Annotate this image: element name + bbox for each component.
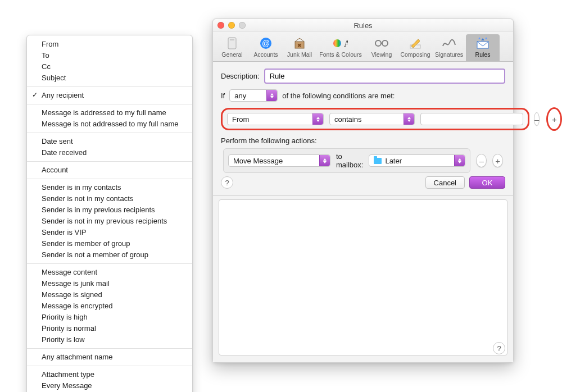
menu-item-encrypted[interactable]: Message is encrypted — [27, 300, 192, 312]
fonts-icon: A — [333, 37, 348, 50]
condition-field-select[interactable]: From — [227, 113, 324, 125]
action-type-value: Move Message — [233, 157, 283, 165]
rules-icon — [475, 37, 491, 50]
tab-general[interactable]: General — [215, 34, 249, 61]
description-input[interactable] — [269, 71, 503, 81]
tab-label: Rules — [475, 51, 491, 58]
menu-item-subject[interactable]: Subject — [27, 72, 192, 84]
menu-item-addressed-full-name[interactable]: Message is addressed to my full name — [27, 107, 192, 118]
menu-item-label: Any recipient — [42, 91, 84, 100]
cancel-button[interactable]: Cancel — [425, 176, 465, 189]
minimize-window-button[interactable] — [228, 22, 235, 29]
menu-item-label: Priority is high — [42, 313, 88, 322]
menu-item-cc[interactable]: Cc — [27, 61, 192, 72]
menu-item-any-recipient[interactable]: Any recipient — [27, 90, 192, 101]
menu-item-account[interactable]: Account — [27, 165, 192, 176]
menu-item-any-attachment-name[interactable]: Any attachment name — [27, 352, 192, 363]
action-type-select[interactable]: Move Message — [228, 154, 330, 167]
menu-item-priority-low[interactable]: Priority is low — [27, 334, 192, 345]
chevrons-icon — [312, 113, 323, 125]
plus-icon: + — [552, 115, 557, 124]
help-icon: ? — [497, 344, 501, 353]
description-field-highlight — [264, 69, 505, 84]
tab-label: Signatures — [435, 51, 463, 58]
svg-text:✖: ✖ — [297, 43, 302, 48]
tab-signatures[interactable]: Signatures — [432, 34, 466, 61]
menu-item-label: Every Message — [42, 381, 92, 390]
menu-item-sender-member-group[interactable]: Sender is member of group — [27, 238, 192, 249]
menu-item-label: Any attachment name — [42, 353, 112, 362]
tab-junk-mail[interactable]: ✖ Junk Mail — [283, 34, 316, 61]
svg-point-6 — [333, 39, 341, 47]
svg-marker-14 — [481, 38, 484, 40]
condition-operator-select[interactable]: contains — [329, 113, 415, 125]
composing-icon — [407, 37, 423, 50]
menu-item-label: Sender is not a member of group — [42, 250, 148, 259]
condition-field-dropdown[interactable]: From To Cc Subject Any recipient Message… — [26, 35, 193, 392]
tab-fonts-colours[interactable]: A Fonts & Colours — [316, 34, 365, 61]
viewing-icon — [374, 37, 389, 50]
tab-rules[interactable]: Rules — [466, 34, 500, 61]
button-label: OK — [482, 179, 493, 187]
menu-item-from[interactable]: From — [27, 39, 192, 50]
action-target-select[interactable]: Later — [369, 154, 465, 167]
description-label: Description: — [221, 72, 260, 80]
menu-item-label: Message content — [42, 268, 97, 277]
if-mode-select[interactable]: any — [229, 89, 278, 102]
menu-item-date-received[interactable]: Date received — [27, 147, 192, 158]
menu-item-sender-not-member-group[interactable]: Sender is not a member of group — [27, 249, 192, 261]
rule-editor-sheet: Description: If any of the following con… — [213, 62, 513, 196]
folder-chip: Later — [374, 157, 402, 165]
ok-button[interactable]: OK — [469, 176, 505, 189]
condition-value-input[interactable] — [420, 113, 523, 125]
menu-item-to[interactable]: To — [27, 50, 192, 61]
minus-icon: – — [534, 115, 539, 124]
tab-viewing[interactable]: Viewing — [365, 34, 398, 61]
rules-list[interactable] — [219, 199, 507, 355]
menu-item-attachment-type[interactable]: Attachment type — [27, 369, 192, 380]
tab-label: Viewing — [371, 51, 392, 58]
menu-item-sender-not-in-prev-recipients[interactable]: Sender is not in my previous recipients — [27, 216, 192, 227]
menu-item-label: Sender is VIP — [42, 228, 87, 237]
menu-item-sender-in-contacts[interactable]: Sender is in my contacts — [27, 182, 192, 193]
menu-item-date-sent[interactable]: Date sent — [27, 136, 192, 147]
menu-item-label: Message is junk mail — [42, 279, 110, 288]
remove-condition-button[interactable]: – — [534, 112, 540, 126]
menu-item-label: Cc — [42, 62, 51, 71]
tab-accounts[interactable]: @ Accounts — [249, 34, 283, 61]
menu-item-label: Attachment type — [42, 370, 94, 379]
menu-item-every-message[interactable]: Every Message — [27, 380, 192, 391]
action-target-value: Later — [385, 157, 402, 165]
menu-item-sender-in-prev-recipients[interactable]: Sender is in my previous recipients — [27, 204, 192, 216]
menu-item-label: Sender is in my previous recipients — [42, 206, 155, 215]
titlebar: Rules — [213, 19, 513, 32]
general-icon — [224, 37, 240, 50]
folder-icon — [374, 158, 382, 164]
remove-action-button[interactable]: – — [476, 154, 487, 167]
menu-item-signed[interactable]: Message is signed — [27, 289, 192, 300]
svg-marker-15 — [478, 37, 481, 39]
menu-item-label: Sender is in my contacts — [42, 183, 121, 192]
menu-item-sender-not-in-contacts[interactable]: Sender is not in my contacts — [27, 193, 192, 204]
menu-item-junk[interactable]: Message is junk mail — [27, 278, 192, 289]
zoom-window-button[interactable] — [239, 22, 246, 29]
minus-icon: – — [479, 157, 484, 165]
menu-item-priority-normal[interactable]: Priority is normal — [27, 323, 192, 334]
tab-label: Composing — [400, 51, 430, 58]
close-window-button[interactable] — [217, 22, 224, 29]
menu-item-label: Sender is member of group — [42, 239, 130, 248]
signatures-icon — [441, 37, 457, 50]
condition-operator-value: contains — [334, 115, 361, 124]
menu-item-message-content[interactable]: Message content — [27, 267, 192, 278]
menu-item-sender-vip[interactable]: Sender is VIP — [27, 227, 192, 238]
chevrons-icon — [266, 90, 277, 101]
add-condition-button[interactable]: + — [548, 113, 560, 125]
add-action-button[interactable]: + — [492, 154, 503, 167]
menu-item-priority-high[interactable]: Priority is high — [27, 312, 192, 323]
menu-item-not-addressed-full-name[interactable]: Message is not addressed to my full name — [27, 118, 192, 130]
menu-item-label: Priority is low — [42, 335, 85, 344]
rules-pane: ? — [213, 196, 513, 362]
tab-composing[interactable]: Composing — [398, 34, 432, 61]
sheet-help-button[interactable]: ? — [221, 176, 233, 189]
pane-help-button[interactable]: ? — [493, 342, 505, 354]
